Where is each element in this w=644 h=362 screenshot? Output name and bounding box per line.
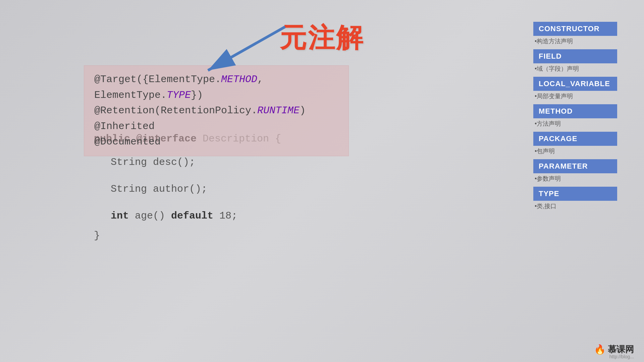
element-badge-local-variable: LOCAL_VARIABLE xyxy=(533,77,617,91)
svg-line-1 xyxy=(208,27,285,70)
element-badge-type: TYPE xyxy=(533,187,617,201)
arrow-diagram xyxy=(168,20,369,87)
slide: 元注解 @Target({ElementType.METHOD, Element… xyxy=(0,0,644,362)
element-desc-parameter: •参数声明 xyxy=(533,173,617,185)
code-author-line: String author(); xyxy=(111,179,349,199)
element-desc-method: •方法声明 xyxy=(533,118,617,130)
code-line-documented: @Documented xyxy=(94,134,338,150)
element-desc-constructor: •构造方法声明 xyxy=(533,36,617,48)
element-badge-constructor: CONSTRUCTOR xyxy=(533,22,617,36)
element-item-type: TYPE •类,接口 xyxy=(533,187,617,213)
element-badge-method: METHOD xyxy=(533,104,617,118)
element-type-list: CONSTRUCTOR •构造方法声明 FIELD •域（字段）声明 LOCAL… xyxy=(533,22,617,214)
element-item-parameter: PARAMETER •参数声明 xyxy=(533,159,617,185)
element-item-method: METHOD •方法声明 xyxy=(533,104,617,130)
element-desc-field: •域（字段）声明 xyxy=(533,63,617,75)
element-item-local-variable: LOCAL_VARIABLE •局部变量声明 xyxy=(533,77,617,103)
code-line-retention: @Retention(RetentionPolicy.RUNTIME) xyxy=(94,103,338,119)
element-desc-local-variable: •局部变量声明 xyxy=(533,91,617,103)
watermark-label: 慕课网 xyxy=(608,344,634,355)
element-desc-type: •类,接口 xyxy=(533,201,617,213)
element-badge-parameter: PARAMETER xyxy=(533,159,617,173)
watermark-icon: 🔥 xyxy=(594,344,606,355)
element-badge-package: PACKAGE xyxy=(533,132,617,146)
element-item-constructor: CONSTRUCTOR •构造方法声明 xyxy=(533,22,617,48)
code-line-inherited: @Inherited xyxy=(94,119,338,134)
element-item-field: FIELD •域（字段）声明 xyxy=(533,49,617,75)
code-closing-brace: } xyxy=(84,230,349,241)
code-body-lines: String desc(); String author(); int age(… xyxy=(84,152,349,226)
code-age-line: int age() default 18; xyxy=(111,206,349,226)
element-badge-field: FIELD xyxy=(533,49,617,63)
element-desc-package: •包声明 xyxy=(533,146,617,158)
element-item-package: PACKAGE •包声明 xyxy=(533,132,617,158)
watermark: 🔥 慕课网 xyxy=(594,344,634,355)
